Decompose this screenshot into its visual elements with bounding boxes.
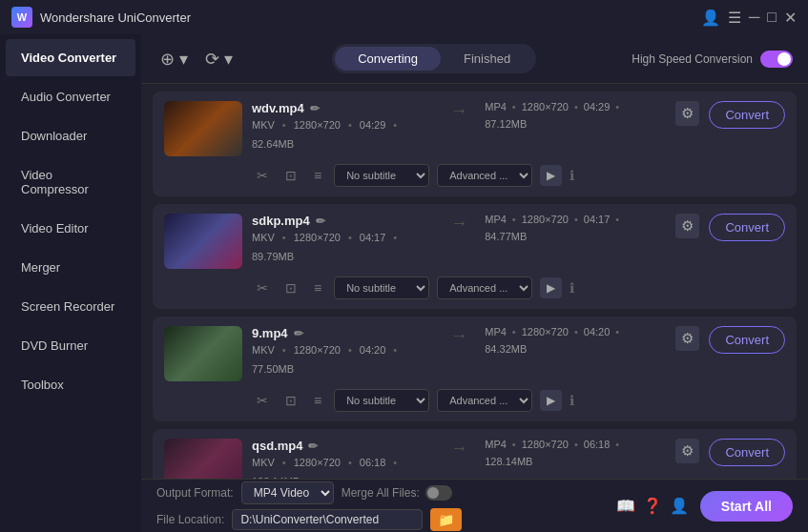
gear-button[interactable]: ⚙	[675, 214, 699, 238]
high-speed-conversion: High Speed Conversion	[632, 51, 793, 68]
title-bar-left: W Wondershare UniConverter	[11, 7, 191, 28]
output-format-select[interactable]: MP4 Video	[241, 481, 334, 504]
info-button[interactable]: ℹ	[570, 393, 574, 408]
sidebar-item-dvd-burner[interactable]: DVD Burner	[6, 327, 135, 364]
convert-button[interactable]: Convert	[709, 214, 785, 241]
app-logo: W	[11, 7, 32, 28]
gear-button[interactable]: ⚙	[675, 439, 699, 463]
gear-button[interactable]: ⚙	[675, 326, 699, 351]
file-card-top: sdkp.mp4 ✏ MKV • 1280×720 • 04:17 • 89.7…	[164, 214, 785, 269]
convert-arrow: →	[443, 439, 475, 459]
file-info: wdv.mp4 ✏ MKV • 1280×720 • 04:29 • 82.64…	[252, 101, 433, 150]
effects-icon[interactable]: ≡	[309, 166, 326, 185]
account-icon[interactable]: 👤	[670, 497, 689, 515]
browse-folder-button[interactable]: 📁	[430, 508, 462, 531]
maximize-icon[interactable]: □	[767, 9, 777, 26]
thumbnail	[164, 214, 242, 269]
output-info: MP4 • 1280×720 • 04:17 • 84.77MB	[485, 214, 666, 242]
tab-group: Converting Finished	[332, 44, 536, 73]
thumbnail	[164, 101, 242, 156]
info-button[interactable]: ℹ	[570, 168, 574, 183]
file-info: qsd.mp4 ✏ MKV • 1280×720 • 06:18 • 128.1…	[252, 439, 433, 479]
title-bar-controls: 👤 ☰ ─ □ ✕	[701, 9, 797, 27]
subtitle-select[interactable]: No subtitle	[334, 276, 429, 299]
app-title: Wondershare UniConverter	[40, 10, 191, 25]
help-icon[interactable]: ❓	[643, 497, 662, 515]
scissors-icon[interactable]: ✂	[252, 391, 273, 410]
crop-icon[interactable]: ⊡	[280, 278, 301, 297]
sidebar-item-toolbox[interactable]: Toolbox	[6, 366, 135, 403]
file-name: sdkp.mp4 ✏	[252, 214, 433, 228]
subtitle-select[interactable]: No subtitle	[334, 389, 429, 412]
crop-icon[interactable]: ⊡	[280, 391, 301, 410]
user-icon[interactable]: 👤	[701, 9, 720, 27]
scissors-icon[interactable]: ✂	[252, 278, 273, 297]
convert-button[interactable]: Convert	[709, 326, 785, 354]
scissors-icon[interactable]: ✂	[252, 166, 273, 185]
effects-icon[interactable]: ≡	[309, 391, 326, 410]
tab-converting[interactable]: Converting	[335, 47, 441, 71]
advanced-select[interactable]: Advanced ...	[437, 276, 532, 299]
preview-button[interactable]: ▶	[540, 277, 562, 298]
sidebar-item-downloader[interactable]: Downloader	[6, 117, 135, 154]
file-name: wdv.mp4 ✏	[252, 101, 433, 115]
file-card: qsd.mp4 ✏ MKV • 1280×720 • 06:18 • 128.1…	[153, 429, 797, 479]
bottom-bar: Output Format: MP4 Video Merge All Files…	[141, 479, 808, 532]
start-all-button[interactable]: Start All	[700, 491, 793, 522]
preview-button[interactable]: ▶	[540, 165, 562, 186]
menu-icon[interactable]: ☰	[728, 9, 741, 27]
sidebar: Video Converter Audio Converter Download…	[0, 34, 141, 532]
sidebar-item-audio-converter[interactable]: Audio Converter	[6, 78, 135, 115]
convert-arrow: →	[443, 326, 475, 346]
file-list: wdv.mp4 ✏ MKV • 1280×720 • 04:29 • 82.64…	[141, 84, 808, 479]
convert-button[interactable]: Convert	[709, 439, 785, 466]
minimize-icon[interactable]: ─	[749, 9, 759, 26]
convert-arrow: →	[443, 101, 475, 121]
convert-button[interactable]: Convert	[709, 101, 785, 129]
edit-icon[interactable]: ✏	[294, 327, 303, 340]
file-card-bottom: ✂ ⊡ ≡ No subtitle Advanced ... ▶ ℹ	[164, 164, 785, 187]
file-name: 9.mp4 ✏	[252, 326, 433, 340]
bottom-left: Output Format: MP4 Video Merge All Files…	[156, 481, 462, 531]
main-layout: Video Converter Audio Converter Download…	[0, 34, 808, 532]
file-card-top: qsd.mp4 ✏ MKV • 1280×720 • 06:18 • 128.1…	[164, 439, 785, 479]
file-info: 9.mp4 ✏ MKV • 1280×720 • 04:20 • 77.50MB	[252, 326, 433, 375]
book-icon[interactable]: 📖	[616, 497, 635, 515]
effects-icon[interactable]: ≡	[309, 278, 326, 297]
file-meta: MKV • 1280×720 • 06:18 • 128.14MB	[252, 457, 433, 479]
add-files-button[interactable]: ⊕ ▾	[156, 45, 192, 73]
advanced-select[interactable]: Advanced ...	[437, 164, 532, 187]
file-location-row: File Location: 📁	[156, 508, 462, 531]
merge-toggle-area: Merge All Files:	[342, 485, 452, 501]
advanced-select[interactable]: Advanced ...	[437, 389, 532, 412]
info-button[interactable]: ℹ	[570, 280, 574, 296]
sidebar-item-screen-recorder[interactable]: Screen Recorder	[6, 288, 135, 325]
gear-button[interactable]: ⚙	[675, 101, 699, 126]
sidebar-item-video-converter[interactable]: Video Converter	[6, 39, 135, 76]
content-area: ⊕ ▾ ⟳ ▾ Converting Finished High Speed C…	[141, 34, 808, 532]
sidebar-item-video-compressor[interactable]: Video Compressor	[6, 156, 135, 208]
merge-toggle[interactable]	[425, 485, 452, 501]
file-info: sdkp.mp4 ✏ MKV • 1280×720 • 04:17 • 89.7…	[252, 214, 433, 262]
edit-icon[interactable]: ✏	[316, 215, 325, 228]
sidebar-item-merger[interactable]: Merger	[6, 249, 135, 286]
convert-settings-button[interactable]: ⟳ ▾	[201, 45, 237, 73]
tab-finished[interactable]: Finished	[441, 47, 533, 71]
close-icon[interactable]: ✕	[784, 9, 797, 27]
thumbnail	[164, 439, 242, 479]
toggle-knob	[777, 52, 791, 66]
edit-icon[interactable]: ✏	[308, 440, 318, 453]
output-format-row: Output Format: MP4 Video Merge All Files…	[156, 481, 462, 504]
file-location-input[interactable]	[232, 509, 423, 530]
sidebar-item-video-editor[interactable]: Video Editor	[6, 210, 135, 247]
bottom-icons: 📖 ❓ 👤	[616, 497, 689, 515]
high-speed-toggle[interactable]	[760, 51, 793, 68]
preview-button[interactable]: ▶	[540, 390, 562, 411]
output-info: MP4 • 1280×720 • 04:20 • 84.32MB	[485, 326, 666, 355]
file-card-bottom: ✂ ⊡ ≡ No subtitle Advanced ... ▶ ℹ	[164, 389, 785, 412]
subtitle-select[interactable]: No subtitle	[334, 164, 429, 187]
output-info: MP4 • 1280×720 • 04:29 • 87.12MB	[485, 101, 666, 130]
top-bar: ⊕ ▾ ⟳ ▾ Converting Finished High Speed C…	[141, 34, 808, 84]
edit-icon[interactable]: ✏	[310, 102, 320, 115]
crop-icon[interactable]: ⊡	[280, 166, 301, 185]
